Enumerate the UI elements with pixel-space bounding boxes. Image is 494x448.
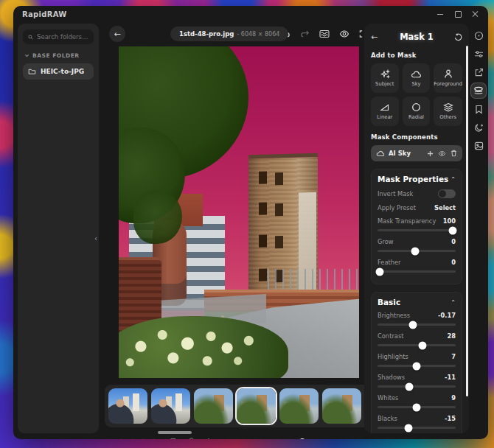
close-button[interactable] (472, 10, 479, 18)
paste-settings-icon[interactable] (187, 438, 195, 439)
basic-adjustments-card: Basic ⌃ Brightness-0.17 Contrast28 Highl… (371, 292, 462, 433)
mask-sky-button[interactable]: Sky (403, 63, 431, 93)
search-icon (28, 34, 33, 41)
ai-button[interactable] (471, 120, 486, 135)
contrast-slider: Contrast28 (378, 332, 456, 346)
presets-button[interactable] (471, 102, 486, 116)
collapse-chevron-icon[interactable]: ⌃ (450, 299, 456, 306)
sidebar-item-folder[interactable]: HEIC-to-JPG (23, 63, 94, 80)
mask-components-label: Mask Components (371, 133, 462, 141)
export-button[interactable] (471, 65, 486, 80)
sparkles-icon (380, 69, 390, 79)
zoom-label: Zoom (276, 438, 295, 439)
star-rating (106, 438, 158, 439)
slider-knob[interactable] (376, 267, 384, 276)
layers-icon (443, 102, 453, 112)
base-folder-label: BASE FOLDER (32, 52, 80, 59)
thumbnail-2[interactable] (151, 388, 190, 424)
radial-gradient-icon (411, 102, 421, 112)
copy-settings-icon[interactable] (170, 438, 178, 439)
highlights-slider: Highlights7 (378, 352, 456, 367)
thumbnail-1[interactable] (108, 388, 147, 424)
slider-knob[interactable] (406, 382, 414, 391)
star-icon[interactable] (106, 438, 114, 439)
reset-icon (454, 33, 462, 41)
folder-search[interactable] (23, 29, 94, 44)
mask-properties-card: Mask Properties ⌃ Invert Mask Apply Pres… (371, 169, 462, 284)
mask-component-ai-sky[interactable]: AI Sky (371, 145, 462, 161)
right-tool-rail (470, 28, 487, 153)
mask-panel: ← Mask 1 Add to Mask Subject Sky Foregro… (364, 24, 469, 433)
photo[interactable] (119, 46, 359, 378)
slider-knob[interactable] (411, 247, 419, 255)
app-window: RapidRAW BASE FOLDER HEIC-to-JPG ‹ ← 1st… (13, 6, 488, 439)
gear-icon[interactable] (204, 438, 213, 439)
maximize-button[interactable] (454, 10, 462, 18)
folders-sidebar: BASE FOLDER HEIC-to-JPG ‹ (18, 24, 99, 433)
filename: 1std-48-pro.jpg (179, 30, 234, 38)
slider-knob[interactable] (419, 341, 427, 349)
panel-scrollbar[interactable] (466, 46, 468, 396)
mask-transparency-slider: Mask Transparency 100 (378, 217, 456, 231)
mask-panel-title: Mask 1 (383, 32, 450, 42)
masks-button[interactable] (471, 83, 486, 98)
thumbnail-4-selected[interactable] (237, 388, 276, 424)
search-input[interactable] (37, 33, 88, 41)
info-icon (474, 31, 484, 41)
chevron-down-icon (24, 53, 29, 58)
mask-reset-button[interactable] (450, 30, 462, 44)
thumbnail-6[interactable] (322, 388, 361, 424)
image-icon (474, 141, 484, 150)
slider-knob[interactable] (448, 226, 456, 234)
minimize-button[interactable] (436, 10, 444, 18)
title-bar: RapidRAW (13, 6, 488, 22)
adjustments-button[interactable] (471, 46, 486, 61)
add-icon[interactable] (427, 150, 434, 157)
slider-knob[interactable] (413, 403, 421, 411)
folder-icon (28, 68, 36, 75)
slider-knob[interactable] (413, 362, 421, 370)
waveform-icon[interactable] (319, 29, 330, 38)
redo-icon[interactable] (300, 29, 310, 38)
image-button[interactable] (471, 139, 486, 153)
star-icon[interactable] (150, 438, 158, 439)
delete-icon[interactable] (450, 150, 457, 157)
grow-slider: Grow 0 (378, 237, 456, 252)
eye-icon[interactable] (339, 29, 349, 38)
moon-sparkle-icon (474, 123, 484, 133)
mask-others-button[interactable]: Others (434, 97, 462, 126)
collapse-chevron-icon[interactable]: ⌃ (450, 176, 456, 183)
bookmark-icon (475, 105, 483, 114)
app-title: RapidRAW (22, 10, 67, 18)
mask-radial-button[interactable]: Radial (403, 97, 431, 126)
info-button[interactable] (471, 28, 486, 43)
back-button[interactable]: ← (109, 26, 125, 42)
sidebar-collapse-handle[interactable]: ‹ (94, 234, 97, 242)
thumbnail-3[interactable] (194, 388, 233, 424)
zoom-value: 12% (341, 438, 356, 439)
viewer-column: ← 1std-48-pro.jpg - 6048 × 8064 (102, 24, 376, 433)
mask-subject-button[interactable]: Subject (371, 63, 399, 93)
basic-title: Basic (378, 298, 400, 307)
slider-knob[interactable] (408, 321, 417, 329)
visibility-icon[interactable] (438, 150, 446, 157)
thumbnail-5[interactable] (279, 388, 319, 424)
preset-select-button[interactable]: Select (434, 204, 456, 211)
base-folder-node[interactable]: BASE FOLDER (24, 52, 92, 59)
mask-linear-button[interactable]: Linear (371, 97, 399, 126)
filmstrip-collapse-chevron[interactable]: ⌄ (366, 438, 372, 439)
filmstrip-scrollbar[interactable] (158, 431, 192, 434)
invert-mask-label: Invert Mask (378, 190, 438, 197)
invert-mask-toggle[interactable] (438, 189, 456, 198)
cloud-icon (411, 70, 422, 79)
adjustments-icon (474, 50, 484, 58)
star-icon[interactable] (139, 438, 147, 439)
slider-knob[interactable] (405, 424, 413, 432)
zoom-slider-knob[interactable] (299, 438, 306, 439)
star-icon[interactable] (128, 438, 136, 439)
mask-foreground-button[interactable]: Foreground (434, 63, 462, 93)
filmstrip (105, 385, 373, 427)
mask-properties-title: Mask Properties (378, 175, 448, 183)
mask-back-button[interactable]: ← (371, 32, 383, 42)
star-icon[interactable] (117, 438, 125, 439)
